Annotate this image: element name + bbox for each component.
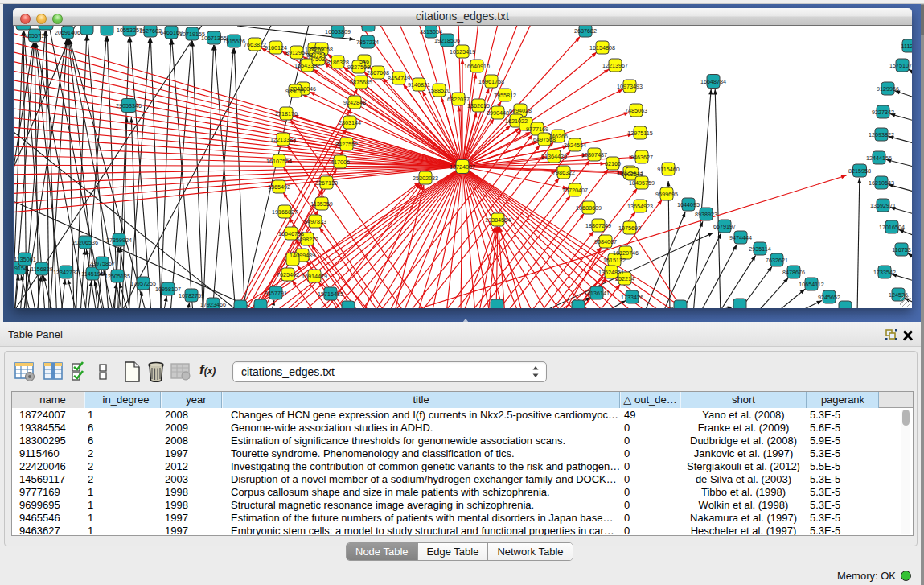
svg-text:16961758: 16961758 <box>478 78 504 85</box>
svg-text:11123: 11123 <box>901 43 912 50</box>
svg-text:1362615: 1362615 <box>467 102 490 109</box>
svg-text:16053809: 16053809 <box>325 28 351 35</box>
svg-text:1365492: 1365492 <box>268 183 290 191</box>
svg-text:16640910: 16640910 <box>464 63 490 70</box>
svg-text:1075692: 1075692 <box>618 225 641 232</box>
svg-text:7515526: 7515526 <box>223 38 245 45</box>
svg-text:9457791: 9457791 <box>265 290 287 297</box>
svg-text:9777169: 9777169 <box>526 126 548 133</box>
svg-text:12093822: 12093822 <box>869 131 894 138</box>
svg-text:21364436: 21364436 <box>541 153 567 160</box>
svg-text:7955812: 7955812 <box>494 92 516 99</box>
svg-text:8186328: 8186328 <box>326 59 349 66</box>
svg-text:1644095: 1644095 <box>677 201 700 208</box>
svg-text:15751074: 15751074 <box>889 62 912 69</box>
svg-text:7485063: 7485063 <box>625 107 647 114</box>
svg-text:10807487: 10807487 <box>581 151 607 159</box>
svg-text:9227342: 9227342 <box>872 109 894 116</box>
svg-text:1002543: 1002543 <box>621 171 643 178</box>
svg-text:9242848: 9242848 <box>343 99 366 106</box>
svg-text:1135061: 1135061 <box>14 256 35 263</box>
svg-text:3624554: 3624554 <box>564 142 586 149</box>
svg-text:10688609: 10688609 <box>576 204 602 212</box>
svg-text:13692971: 13692971 <box>870 202 896 209</box>
svg-text:8427552: 8427552 <box>335 141 358 148</box>
svg-text:9463627: 9463627 <box>630 154 653 161</box>
svg-text:6497568: 6497568 <box>533 136 556 143</box>
svg-text:8813054: 8813054 <box>420 28 442 35</box>
svg-text:2687682: 2687682 <box>574 27 597 35</box>
svg-text:10973493: 10973493 <box>617 83 643 90</box>
svg-text:1527602: 1527602 <box>139 27 162 35</box>
svg-text:6794028: 6794028 <box>509 107 532 114</box>
svg-text:8454749: 8454749 <box>388 75 410 82</box>
svg-text:16782759: 16782759 <box>179 292 204 299</box>
svg-text:10325419: 10325419 <box>450 48 475 56</box>
svg-text:23975867: 23975867 <box>89 260 115 267</box>
svg-text:15720407: 15720407 <box>562 187 588 194</box>
svg-text:17016504: 17016504 <box>879 224 905 231</box>
svg-text:6322037: 6322037 <box>447 96 470 103</box>
svg-text:18724007: 18724007 <box>450 163 475 171</box>
svg-text:8215958: 8215958 <box>848 167 871 175</box>
svg-text:18807249: 18807249 <box>585 222 611 229</box>
svg-text:17359924: 17359924 <box>106 237 132 244</box>
svg-text:19166827: 19166827 <box>272 208 298 216</box>
svg-text:8478676: 8478676 <box>782 269 805 276</box>
svg-text:9146821: 9146821 <box>408 81 430 89</box>
svg-text:39154: 39154 <box>14 265 27 272</box>
svg-text:1156829: 1156829 <box>31 266 52 273</box>
svg-text:14136141: 14136141 <box>584 290 610 297</box>
svg-text:252214: 252214 <box>615 275 634 282</box>
svg-text:116753: 116753 <box>892 246 910 253</box>
svg-text:19384554: 19384554 <box>485 216 511 224</box>
svg-text:16120746: 16120746 <box>613 249 639 257</box>
svg-text:3267130: 3267130 <box>315 179 338 187</box>
svg-text:417006: 417006 <box>331 159 350 166</box>
svg-text:7632621: 7632621 <box>766 257 788 264</box>
svg-text:12505135: 12505135 <box>105 273 130 280</box>
svg-text:5875685: 5875685 <box>350 79 372 86</box>
svg-text:9245652: 9245652 <box>818 294 840 301</box>
svg-text:5498222: 5498222 <box>296 236 318 243</box>
svg-text:2718176: 2718176 <box>275 110 298 117</box>
svg-text:9129966: 9129966 <box>877 85 899 93</box>
svg-text:12213383: 12213383 <box>270 136 296 143</box>
svg-text:17923466: 17923466 <box>200 301 226 308</box>
svg-text:9474444: 9474444 <box>729 234 752 241</box>
svg-text:5497833: 5497833 <box>304 218 326 225</box>
svg-text:1135359: 1135359 <box>310 200 332 208</box>
svg-text:1733426: 1733426 <box>621 294 643 301</box>
svg-text:16543382: 16543382 <box>294 62 320 69</box>
svg-text:8990448: 8990448 <box>487 109 509 117</box>
svg-text:9115460: 9115460 <box>657 166 679 173</box>
svg-text:20691406: 20691406 <box>55 29 80 36</box>
svg-text:13975115: 13975115 <box>627 130 652 137</box>
svg-text:7986322: 7986322 <box>552 169 575 176</box>
svg-text:16914479: 16914479 <box>302 273 327 280</box>
svg-text:2803144: 2803144 <box>339 119 361 126</box>
svg-text:9699695: 9699695 <box>655 191 678 198</box>
svg-text:20206536: 20206536 <box>72 239 98 246</box>
svg-text:1615132: 1615132 <box>603 257 626 264</box>
svg-text:9160124: 9160124 <box>265 44 287 51</box>
svg-text:13654923: 13654923 <box>627 203 653 210</box>
svg-text:1145194: 1145194 <box>81 270 103 278</box>
svg-text:14099489: 14099489 <box>290 252 315 259</box>
svg-text:6679197: 6679197 <box>713 223 736 230</box>
svg-text:1621022: 1621022 <box>505 117 528 125</box>
svg-text:15716485: 15716485 <box>318 290 343 298</box>
svg-text:989015: 989015 <box>285 88 305 95</box>
svg-text:3226058: 3226058 <box>310 46 333 53</box>
svg-text:7625402: 7625402 <box>277 271 299 278</box>
svg-text:2935114: 2935114 <box>749 245 770 253</box>
svg-text:12444156: 12444156 <box>866 154 892 162</box>
svg-text:9084067: 9084067 <box>594 238 617 245</box>
svg-text:7857234: 7857234 <box>356 39 379 46</box>
svg-text:17957255: 17957255 <box>130 280 156 287</box>
svg-text:12342737: 12342737 <box>53 269 79 276</box>
svg-text:25302033: 25302033 <box>413 175 438 182</box>
svg-text:62160: 62160 <box>605 160 621 167</box>
svg-text:16210643: 16210643 <box>869 179 894 187</box>
svg-text:16107554: 16107554 <box>266 158 292 165</box>
